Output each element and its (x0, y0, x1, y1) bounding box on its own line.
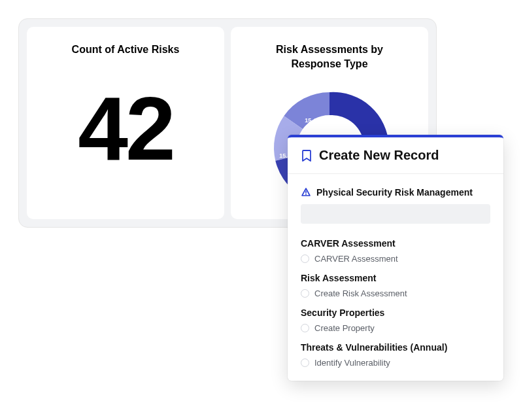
group-carver: CARVER Assessment CARVER Assessment (301, 230, 490, 265)
option-label: CARVER Assessment (314, 254, 398, 264)
option-create-property[interactable]: Create Property (301, 322, 490, 334)
option-label: Create Property (314, 323, 375, 333)
modal-section-header: Physical Security Risk Management (301, 182, 490, 198)
group-title-risk: Risk Assessment (301, 273, 490, 283)
option-label: Identify Vulnerability (314, 358, 390, 368)
group-threats-vulnerabilities: Threats & Vulnerabilities (Annual) Ident… (301, 334, 490, 369)
modal-header: Create New Record (288, 137, 503, 174)
radio-icon (301, 359, 309, 367)
warning-icon (301, 187, 311, 198)
option-create-risk-assessment[interactable]: Create Risk Assessment (301, 287, 490, 300)
option-identify-vulnerability[interactable]: Identify Vulnerability (301, 357, 490, 369)
donut-slice-label-a: 15.4% (305, 117, 322, 124)
group-title-threats: Threats & Vulnerabilities (Annual) (301, 342, 490, 353)
radio-icon (301, 289, 309, 298)
group-security-properties: Security Properties Create Property (301, 300, 490, 334)
radio-icon (301, 324, 309, 332)
radio-icon (301, 254, 309, 263)
group-title-properties: Security Properties (301, 307, 490, 318)
modal-title: Create New Record (319, 148, 439, 163)
search-input-placeholder[interactable] (301, 204, 490, 224)
active-risks-card: Count of Active Risks 42 (27, 27, 224, 219)
group-title-carver: CARVER Assessment (301, 238, 490, 249)
modal-section-title: Physical Security Risk Management (316, 187, 473, 198)
option-carver-assessment[interactable]: CARVER Assessment (301, 253, 490, 265)
bookmark-icon (301, 149, 312, 162)
active-risks-value: 42 (78, 83, 173, 173)
active-risks-title: Count of Active Risks (72, 43, 180, 57)
svg-point-1 (305, 194, 307, 195)
donut-chart-title: Risk Assessments by Response Type (258, 43, 401, 71)
group-risk-assessment: Risk Assessment Create Risk Assessment (301, 265, 490, 300)
modal-body: Physical Security Risk Management CARVER… (288, 174, 503, 381)
option-label: Create Risk Assessment (314, 289, 407, 298)
create-record-modal: Create New Record Physical Security Risk… (288, 135, 503, 381)
